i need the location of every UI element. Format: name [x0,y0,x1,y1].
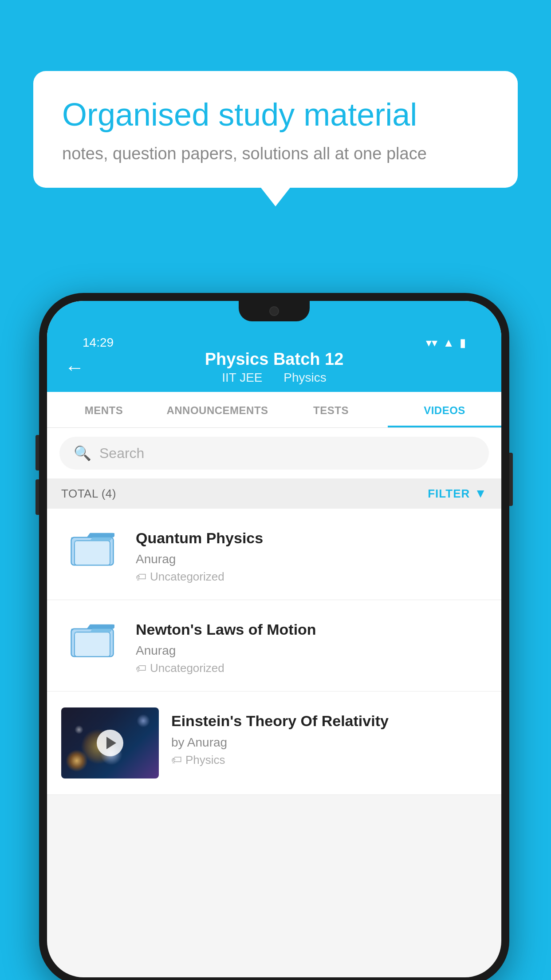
video-info-2: Newton's Laws of Motion Anurag 🏷 Uncateg… [136,616,487,675]
video-tag-2: 🏷 Uncategorized [136,661,487,675]
play-button[interactable] [97,730,123,756]
screen-title: Physics Batch 12 [205,350,344,369]
search-bar-container: 🔍 Search [47,428,501,478]
filter-icon: ▼ [474,486,487,501]
phone-screen: 14:29 ▾▾ ▲ ▮ ← Physics Batch 12 IIT JEE [47,301,501,977]
video-info-3: Einstein's Theory Of Relativity by Anura… [171,707,487,767]
subtitle-physics: Physics [283,371,326,384]
speech-bubble: Organised study material notes, question… [33,71,518,188]
filter-label: FILTER [428,487,470,501]
tag-label-3: Physics [185,753,225,767]
search-placeholder: Search [99,445,144,462]
item-thumbnail-1 [61,525,123,569]
folder-icon [70,527,114,567]
play-icon [106,737,116,749]
search-icon: 🔍 [74,445,91,462]
tab-tests[interactable]: TESTS [274,392,388,427]
einstein-thumbnail [61,707,159,778]
svg-rect-1 [75,541,110,565]
tag-label-1: Uncategorized [150,570,224,584]
screen-subtitle: IIT JEE Physics [205,371,344,385]
item-thumbnail-2 [61,616,123,660]
tabs-bar: MENTS ANNOUNCEMENTS TESTS VIDEOS [47,392,501,428]
volume-up-button [35,435,39,470]
app-header-top: ← Physics Batch 12 IIT JEE Physics [65,350,484,392]
status-time: 14:29 [83,336,114,350]
volume-down-button [35,479,39,515]
tag-label-2: Uncategorized [150,661,224,675]
tag-icon-2: 🏷 [136,662,146,675]
tab-videos[interactable]: VIDEOS [388,392,501,427]
video-title-3: Einstein's Theory Of Relativity [171,711,487,731]
video-tag-3: 🏷 Physics [171,753,487,767]
tab-ments[interactable]: MENTS [47,392,161,427]
header-title-block: Physics Batch 12 IIT JEE Physics [205,350,344,385]
bubble-title: Organised study material [62,95,489,134]
list-item[interactable]: Einstein's Theory Of Relativity by Anura… [47,692,501,795]
video-title-2: Newton's Laws of Motion [136,620,487,639]
signal-icon: ▲ [443,336,454,350]
video-info-1: Quantum Physics Anurag 🏷 Uncategorized [136,525,487,584]
back-button[interactable]: ← [65,356,84,379]
tag-icon-1: 🏷 [136,571,146,583]
power-button [509,453,513,506]
video-title-1: Quantum Physics [136,528,487,548]
filter-bar: TOTAL (4) FILTER ▼ [47,478,501,509]
bubble-subtitle: notes, question papers, solutions all at… [62,144,489,163]
wifi-icon: ▾▾ [426,336,437,350]
search-bar[interactable]: 🔍 Search [59,437,489,470]
front-camera [269,306,279,316]
phone-device: 14:29 ▾▾ ▲ ▮ ← Physics Batch 12 IIT JEE [39,293,509,980]
total-count: TOTAL (4) [61,487,116,501]
folder-icon [70,618,114,658]
list-item[interactable]: Quantum Physics Anurag 🏷 Uncategorized [47,509,501,600]
tag-icon-3: 🏷 [171,754,182,766]
svg-rect-3 [75,632,110,656]
video-author-1: Anurag [136,552,487,566]
list-item[interactable]: Newton's Laws of Motion Anurag 🏷 Uncateg… [47,600,501,692]
video-list: Quantum Physics Anurag 🏷 Uncategorized [47,509,501,795]
battery-icon: ▮ [460,336,466,350]
subtitle-iitjee: IIT JEE [222,371,262,384]
video-author-2: Anurag [136,644,487,658]
tab-announcements[interactable]: ANNOUNCEMENTS [161,392,274,427]
speech-bubble-container: Organised study material notes, question… [33,71,518,188]
video-tag-1: 🏷 Uncategorized [136,570,487,584]
status-icons: ▾▾ ▲ ▮ [426,336,466,350]
phone-notch [239,301,310,321]
video-author-3: by Anurag [171,735,487,750]
filter-button[interactable]: FILTER ▼ [428,486,487,501]
